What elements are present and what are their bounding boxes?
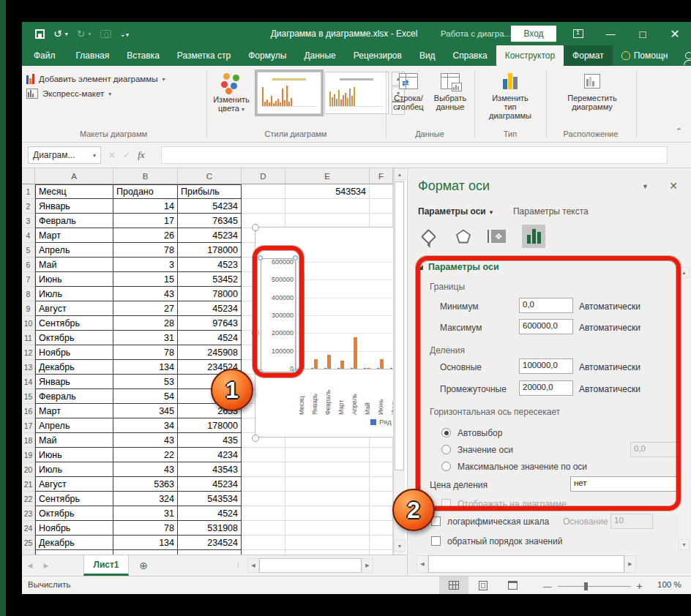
cell-A5[interactable]: Апрель — [35, 243, 113, 258]
cell-C21[interactable]: 45234 — [178, 477, 242, 492]
tab-справка[interactable]: Справка — [444, 45, 496, 66]
normal-view-icon[interactable] — [439, 576, 468, 594]
row-header-20[interactable]: 20 — [22, 462, 35, 477]
chart-bar-small-Март[interactable] — [337, 368, 340, 369]
cell-A8[interactable]: Июль — [35, 287, 113, 301]
cell-E2[interactable] — [285, 199, 370, 214]
cancel-formula-icon[interactable]: ✕ — [108, 150, 116, 160]
save-icon[interactable] — [35, 29, 45, 39]
formula-input[interactable] — [161, 146, 668, 164]
x-axis-label-Апрель[interactable]: Апрель — [351, 372, 359, 415]
cell-F20[interactable] — [370, 462, 393, 477]
undo-dropdown-icon[interactable]: ▾ — [65, 31, 68, 37]
sheet-nav-left-icon[interactable]: ◀ — [22, 555, 38, 576]
cell-C10[interactable]: 97643 — [178, 316, 242, 331]
hscroll-right-icon[interactable]: ▶ — [362, 558, 373, 573]
cell-D2[interactable] — [242, 199, 285, 214]
chart-bar-Июнь[interactable] — [380, 359, 384, 369]
undo-icon[interactable]: ↺ — [53, 28, 62, 40]
cell-C19[interactable]: 4234 — [178, 448, 242, 462]
select-data-button[interactable]: Выбратьданные — [430, 69, 471, 121]
cell-A20[interactable]: Июль — [35, 462, 113, 477]
tab-вставка[interactable]: Вставка — [118, 45, 168, 66]
cell-A19[interactable]: Июнь — [35, 448, 113, 462]
sheet-nav-right-icon[interactable]: ▶ — [38, 555, 54, 576]
cell-B20[interactable]: 43 — [113, 462, 178, 477]
chart-handle-bottom-left[interactable] — [252, 435, 259, 442]
cell-C20[interactable]: 43543 — [178, 462, 242, 477]
row-header-4[interactable]: 4 — [22, 228, 35, 243]
chart-bar-Апрель[interactable] — [354, 337, 357, 369]
cell-F19[interactable] — [370, 448, 393, 462]
scroll-down-icon[interactable]: ▼ — [394, 540, 406, 552]
cell-A2[interactable]: Январь — [35, 199, 113, 214]
cell-D24[interactable] — [242, 521, 285, 536]
customize-qat-icon[interactable]: ⌄▾ — [120, 30, 129, 38]
camera-icon[interactable] — [100, 30, 111, 38]
row-header-25[interactable]: 25 — [22, 536, 35, 550]
cell-A18[interactable]: Май — [35, 433, 113, 448]
cell-B21[interactable]: 5363 — [113, 477, 178, 492]
row-header-18[interactable]: 18 — [22, 433, 35, 448]
cell-C18[interactable]: 435 — [178, 433, 242, 448]
cell-E20[interactable] — [285, 462, 370, 477]
chart-bar-Февраль[interactable] — [327, 355, 331, 369]
chart-style-thumb-1[interactable] — [257, 72, 321, 114]
chart-bar-small-Январь[interactable] — [311, 368, 313, 369]
cell-B2[interactable]: 14 — [113, 199, 178, 214]
zoom-slider[interactable] — [558, 586, 631, 587]
change-colors-button[interactable]: Изменить цвета ▾ — [209, 70, 254, 123]
cell-B18[interactable]: 43 — [113, 433, 178, 448]
cell-D1[interactable] — [242, 184, 285, 199]
column-header-B[interactable]: B — [113, 168, 178, 184]
tab-вид[interactable]: Вид — [411, 45, 444, 66]
reverse-order-checkbox[interactable] — [431, 536, 441, 546]
cell-F22[interactable] — [370, 492, 393, 506]
row-header-15[interactable]: 15 — [22, 389, 35, 404]
reverse-order-label[interactable]: обратный порядок значений — [447, 536, 562, 546]
row-header-16[interactable]: 16 — [22, 404, 35, 418]
row-header-21[interactable]: 21 — [22, 477, 35, 492]
tab-формат[interactable]: Формат — [564, 45, 613, 66]
log-scale-label[interactable]: логарифмическая шкала — [447, 517, 549, 527]
cell-F1[interactable] — [370, 184, 393, 199]
cell-D20[interactable] — [242, 462, 285, 477]
cell-E3[interactable] — [285, 214, 370, 228]
column-header-A[interactable]: A — [35, 168, 113, 184]
cell-B16[interactable]: 345 — [113, 404, 178, 418]
cell-A1[interactable]: Месяц — [35, 184, 113, 199]
cell-A9[interactable]: Август — [35, 301, 113, 316]
cell-B10[interactable]: 28 — [113, 316, 178, 331]
cell-B9[interactable]: 27 — [113, 301, 178, 316]
column-header-E[interactable]: E — [285, 168, 370, 184]
row-header-2[interactable]: 2 — [22, 199, 35, 214]
cell-D19[interactable] — [242, 448, 285, 462]
column-header-D[interactable]: D — [242, 168, 285, 184]
cell-B24[interactable]: 78 — [113, 521, 178, 536]
chart-bar-Январь[interactable] — [314, 359, 318, 369]
row-header-23[interactable]: 23 — [22, 506, 35, 521]
row-header-19[interactable]: 19 — [22, 448, 35, 462]
cell-F24[interactable] — [370, 521, 393, 536]
cell-C2[interactable]: 54234 — [178, 199, 242, 214]
tab-конструктор[interactable]: Конструктор — [496, 45, 564, 66]
cell-A14[interactable]: Январь — [35, 375, 113, 389]
page-layout-view-icon[interactable] — [468, 576, 498, 594]
cell-F2[interactable] — [370, 199, 393, 214]
x-axis-label-Январь[interactable]: Январь — [311, 372, 320, 415]
cell-F21[interactable] — [370, 477, 393, 492]
cell-B19[interactable]: 22 — [113, 448, 178, 462]
cell-F23[interactable] — [370, 506, 393, 521]
chart-bar-small-Июнь[interactable] — [377, 368, 379, 369]
chart-style-thumb-2[interactable] — [324, 72, 389, 114]
cell-C8[interactable]: 78000 — [178, 287, 242, 301]
tab-file[interactable]: Файл — [22, 45, 67, 66]
cell-B8[interactable]: 43 — [113, 287, 178, 301]
cell-A6[interactable]: Май — [35, 258, 113, 272]
row-header-11[interactable]: 11 — [22, 331, 35, 345]
cell-A10[interactable]: Сентябрь — [35, 316, 113, 331]
minimize-icon[interactable]: — — [594, 22, 627, 45]
cell-C4[interactable]: 45234 — [178, 228, 242, 243]
collapse-ribbon-icon[interactable]: ⌃ — [676, 127, 682, 136]
change-chart-type-button[interactable]: Изменить типдиаграммы — [488, 69, 532, 121]
